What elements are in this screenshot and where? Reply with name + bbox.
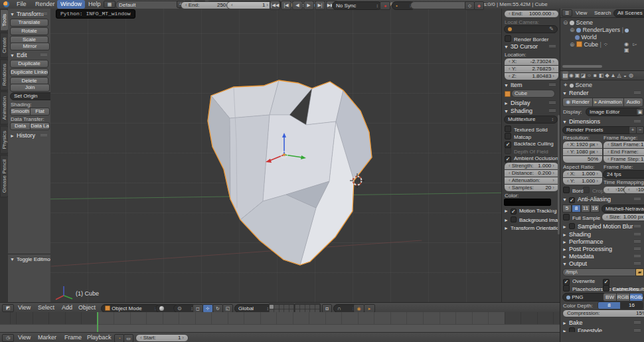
panel-3d-cursor[interactable]: ▼3D Cursor (504, 43, 557, 50)
motion-tracking-checkbox[interactable] (511, 209, 517, 214)
current-frame-line[interactable] (97, 312, 98, 332)
preview-range-icon[interactable]: ◔ (114, 334, 124, 342)
panel-background-images[interactable]: ►Background Imag... (504, 216, 557, 223)
timeline-menu-view[interactable]: View (15, 333, 34, 342)
panel-grip[interactable] (634, 240, 641, 241)
layer-cell[interactable] (305, 305, 309, 309)
blender-logo-icon[interactable] (3, 1, 9, 7)
aa-sample-button[interactable]: 11 (581, 205, 590, 213)
layer-cell[interactable] (315, 305, 319, 309)
panel-grip[interactable] (634, 248, 641, 248)
outliner-row-world[interactable]: World (575, 34, 597, 41)
aa-sample-button[interactable]: 5 (562, 205, 572, 213)
properties-tab-icon[interactable]: ▤ (562, 71, 568, 80)
compression-slider[interactable]: Compression:15% (562, 309, 644, 317)
panel-dimensions[interactable]: ▼Dimensions (562, 118, 642, 125)
clip-end-field[interactable]: ‹End:›1000.000 (504, 10, 559, 18)
cache-result-checkbox[interactable] (603, 285, 609, 292)
properties-tab-icon[interactable]: ○ (586, 71, 592, 80)
panel-metadata[interactable]: ►Metadata (562, 253, 642, 260)
ao-color-swatch[interactable] (504, 199, 551, 206)
playback-button[interactable]: |◀ (281, 1, 291, 10)
bw-button[interactable]: BW (603, 293, 617, 301)
placeholders-checkbox[interactable] (563, 285, 570, 292)
aspect-y-field[interactable]: ‹Y:›1.000 (562, 177, 603, 185)
outliner-menu-view[interactable]: View (572, 9, 590, 17)
panel-grip[interactable] (634, 120, 641, 121)
panel-transform[interactable]: ▼Transform (10, 11, 48, 17)
folder-icon[interactable]: ▰ (635, 268, 644, 276)
properties-tab-icon[interactable]: ◧ (598, 71, 604, 80)
autokey-record-icon[interactable]: ● (380, 1, 390, 10)
display-extra-icon[interactable]: ▣ (636, 108, 644, 116)
panel-grip[interactable] (634, 329, 641, 330)
properties-tab-icon[interactable]: ◆ (604, 71, 610, 80)
panel-grip[interactable] (40, 13, 47, 13)
end-frame-field[interactable]: ‹End:›250 (181, 1, 234, 9)
timeline-ruler[interactable] (0, 324, 560, 332)
restrict-icons[interactable]: ◉ ▻ ▣ (624, 41, 644, 53)
outliner-row-renderlayers[interactable]: ⊕ RenderLayers | (570, 27, 629, 33)
output-path-field[interactable]: /tmp\ (562, 268, 641, 276)
panel-grip[interactable] (634, 262, 641, 263)
background-images-checkbox[interactable] (511, 216, 517, 222)
panel-motion-tracking[interactable]: ►Motion Tracking (504, 208, 557, 214)
aa-samples-group[interactable]: 581116 (562, 205, 600, 213)
keyingset-field[interactable] (410, 1, 470, 9)
properties-tab-icon[interactable]: ■ (592, 71, 598, 80)
properties-tab-icon[interactable]: ◒ (622, 71, 628, 80)
timeline-menu-frame[interactable]: Frame (61, 333, 85, 342)
animation-button[interactable]: ▸ Animation (592, 98, 624, 107)
border-row[interactable]: Bord (563, 187, 584, 194)
local-camera-field[interactable]: ✎ (504, 25, 558, 33)
panel-display[interactable]: ►Display (504, 100, 557, 106)
outliner-hscrollbar[interactable] (562, 65, 602, 68)
preset-remove-button[interactable]: − (636, 126, 644, 134)
transform-button[interactable]: Translate (10, 19, 48, 27)
properties-tab-icon[interactable]: ◪ (580, 71, 586, 80)
flat-button[interactable]: Flat (30, 108, 50, 116)
transform-button[interactable]: Rotate (10, 27, 48, 35)
ao-samples-field[interactable]: ‹Samples:›20 (504, 184, 559, 192)
layer-cell[interactable] (300, 305, 304, 309)
menu-window[interactable]: Window (57, 0, 85, 9)
panel-performance[interactable]: ►Performance (562, 238, 642, 245)
edit-button[interactable]: Duplicate Linked (10, 68, 48, 76)
properties-tab-icon[interactable]: ◉ (568, 71, 574, 80)
timeline-menu-marker[interactable]: Marker (35, 333, 60, 342)
placeholders-row[interactable]: Placeholders (563, 285, 603, 292)
panel-post-processing[interactable]: ►Post Processing (562, 246, 642, 252)
depth-16-button[interactable]: 16 (620, 301, 643, 309)
data-button[interactable]: Data (10, 122, 31, 130)
panel-shading[interactable]: ▼Shading (504, 108, 557, 114)
audio-button[interactable]: Audio (623, 98, 643, 107)
menu-help[interactable]: Help (85, 0, 104, 9)
properties-tab-icon[interactable]: ▣ (574, 71, 580, 80)
editor-type-3dview-icon[interactable]: ◩ (2, 304, 14, 312)
aa-size-field[interactable]: ‹Size:›1.000 px (602, 213, 644, 221)
outliner-row-scene[interactable]: ⊖ Scene (563, 19, 593, 26)
panel-grip[interactable] (549, 45, 556, 46)
panel-shading-props[interactable]: ►Shading (562, 231, 642, 238)
editor-type-timeline-icon[interactable]: ◷ (2, 334, 14, 342)
properties-tab-icon[interactable]: ◍ (628, 71, 634, 80)
full-sample-row[interactable]: Full Sample (563, 214, 600, 221)
editor-type-outliner-icon[interactable]: ☰ (562, 9, 572, 17)
edit-button[interactable]: Duplicate (10, 60, 48, 68)
render-button[interactable]: ◉ Render (562, 98, 593, 107)
panel-anti-aliasing[interactable]: ▼Anti-Aliasing (562, 196, 642, 203)
panel-render[interactable]: ▼Render (562, 90, 642, 96)
delete-key-icon[interactable]: ⬥ (474, 1, 484, 10)
matcap-row[interactable]: Matcap (505, 133, 531, 140)
panel-history[interactable]: ►History (10, 132, 48, 139)
panel-grip[interactable] (549, 84, 556, 84)
panel-grip[interactable] (634, 233, 641, 234)
aa-checkbox[interactable] (569, 197, 575, 203)
aa-filter-dropdown[interactable]: Mitchell-Netravali↕ (602, 205, 644, 213)
frame-step-field[interactable]: ‹Frame Step:›1 (603, 155, 644, 163)
frame-rate-dropdown[interactable]: 24 fps↕ (603, 170, 644, 179)
panel-grip[interactable] (634, 198, 641, 199)
render-presets-dropdown[interactable]: Render Presets↕ (562, 126, 635, 134)
view3d-menu-view[interactable]: View (15, 303, 34, 312)
res-percentage-slider[interactable]: 50% (562, 155, 603, 163)
